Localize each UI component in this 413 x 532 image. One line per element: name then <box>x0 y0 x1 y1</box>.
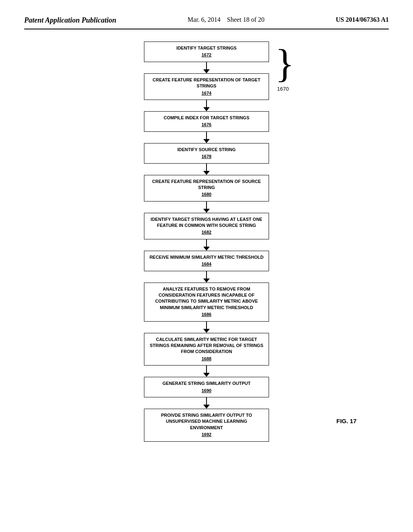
arrow-head <box>203 405 210 409</box>
arrow-head <box>203 139 210 143</box>
arrow-line <box>206 132 207 139</box>
arrow-line <box>206 62 207 69</box>
arrow-head <box>203 209 210 213</box>
arrow-0 <box>203 62 210 73</box>
flow-chart: IDENTIFY TARGET STRINGS1672CREATE FEATUR… <box>144 42 269 442</box>
step-num-1682: 1682 <box>149 229 264 235</box>
publication-label: Patent Application Publication <box>24 16 116 24</box>
header-left-label: Patent Application Publication <box>24 16 116 25</box>
arrow-line <box>206 397 207 405</box>
arrow-3 <box>203 164 210 175</box>
brace-symbol: { <box>275 44 294 84</box>
arrow-line <box>206 366 207 373</box>
arrow-head <box>203 373 210 377</box>
flow-box-1688: CALCULATE SIMILARITY METRIC FOR TARGET S… <box>144 333 269 366</box>
arrow-head <box>203 107 210 111</box>
step-num-1686: 1686 <box>149 312 264 318</box>
arrow-8 <box>203 366 210 377</box>
step-num-1684: 1684 <box>149 261 264 267</box>
arrow-2 <box>203 132 210 143</box>
arrow-line <box>206 322 207 329</box>
diagram-container: IDENTIFY TARGET STRINGS1672CREATE FEATUR… <box>24 42 389 457</box>
step-num-1688: 1688 <box>149 356 264 362</box>
header-sheet: Sheet 18 of 20 <box>227 16 265 23</box>
flow-box-1676: COMPILE INDEX FOR TARGET STRINGS1676 <box>144 111 269 132</box>
arrow-line <box>206 239 207 247</box>
step-num-1678: 1678 <box>149 154 264 160</box>
flow-box-1684: RECEIVE MINIMUM SIMILARITY METRIC THRESH… <box>144 251 269 271</box>
flow-box-1672: IDENTIFY TARGET STRINGS1672 <box>144 42 269 62</box>
step-text-1682: IDENTIFY TARGET STRINGS HAVING AT LEAST … <box>151 217 263 228</box>
step-text-1680: CREATE FEATURE REPRESENTATION OF SOURCE … <box>152 179 261 190</box>
step-text-1676: COMPILE INDEX FOR TARGET STRINGS <box>164 115 249 120</box>
step-text-1688: CALCULATE SIMILARITY METRIC FOR TARGET S… <box>150 337 263 354</box>
header-patent-number: US 2014/067363 A1 <box>336 16 389 23</box>
step-text-1672: IDENTIFY TARGET STRINGS <box>176 46 236 50</box>
step-num-1692: 1692 <box>149 432 264 438</box>
arrow-line <box>206 100 207 107</box>
fig-label: FIG. 17 <box>336 418 357 424</box>
step-num-1676: 1676 <box>149 122 264 128</box>
header-date: Mar. 6, 2014 <box>188 16 221 23</box>
arrow-4 <box>203 202 210 213</box>
step-num-1690: 1690 <box>149 388 264 394</box>
brace-number: 1670 <box>277 86 294 92</box>
arrow-head <box>203 69 210 73</box>
arrow-head <box>203 171 210 175</box>
flow-box-1686: ANALYZE FEATURES TO REMOVE FROM CONSIDER… <box>144 283 269 322</box>
step-num-1672: 1672 <box>149 52 264 58</box>
step-text-1674: CREATE FEATURE REPRESENTATION OF TARGET … <box>152 77 260 88</box>
step-text-1678: IDENTIFY SOURCE STRING <box>177 147 236 152</box>
step-num-1680: 1680 <box>149 191 264 197</box>
arrow-6 <box>203 271 210 283</box>
step-text-1690: GENERATE STRING SIMILARITY OUTPUT <box>163 381 250 386</box>
flow-box-1674: CREATE FEATURE REPRESENTATION OF TARGET … <box>144 73 269 100</box>
arrow-7 <box>203 322 210 333</box>
patent-page: Patent Application Publication Mar. 6, 2… <box>0 0 413 532</box>
flow-box-1680: CREATE FEATURE REPRESENTATION OF SOURCE … <box>144 175 269 202</box>
flow-box-1690: GENERATE STRING SIMILARITY OUTPUT1690 <box>144 377 269 397</box>
arrow-line <box>206 271 207 278</box>
arrow-9 <box>203 397 210 409</box>
header-center: Mar. 6, 2014 Sheet 18 of 20 <box>188 16 265 23</box>
patent-number-label: US 2014/067363 A1 <box>336 16 389 23</box>
step-text-1684: RECEIVE MINIMUM SIMILARITY METRIC THRESH… <box>150 255 264 260</box>
arrow-head <box>203 278 210 283</box>
arrow-1 <box>203 100 210 111</box>
page-header: Patent Application Publication Mar. 6, 2… <box>24 16 389 29</box>
arrow-head <box>203 247 210 251</box>
arrow-line <box>206 202 207 209</box>
flow-box-1678: IDENTIFY SOURCE STRING1678 <box>144 143 269 164</box>
brace-annotation: { 1670 <box>275 44 294 92</box>
arrow-head <box>203 329 210 333</box>
fig-label-container: FIG. 17 <box>336 418 357 425</box>
step-text-1692: PROIVDE STRING SIMILARITY OUTPUT TO UNSU… <box>161 413 252 430</box>
arrow-5 <box>203 239 210 251</box>
step-num-1674: 1674 <box>149 90 264 96</box>
flow-box-1682: IDENTIFY TARGET STRINGS HAVING AT LEAST … <box>144 213 269 239</box>
arrow-line <box>206 164 207 171</box>
flow-box-1692: PROIVDE STRING SIMILARITY OUTPUT TO UNSU… <box>144 409 269 442</box>
step-text-1686: ANALYZE FEATURES TO REMOVE FROM CONSIDER… <box>155 287 258 310</box>
